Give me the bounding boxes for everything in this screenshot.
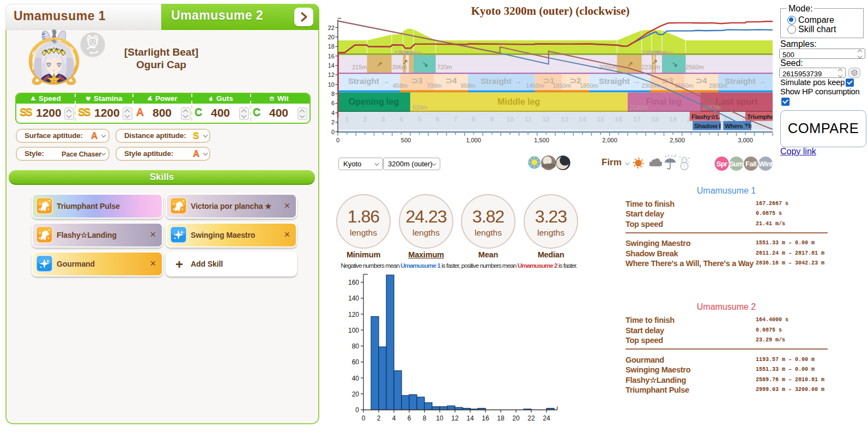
svg-text:14: 14 <box>579 116 586 123</box>
svg-text:Wint: Wint <box>758 160 773 168</box>
svg-text:↗: ↗ <box>377 60 383 68</box>
svg-text:↘: ↘ <box>672 60 678 68</box>
svg-text:215m: 215m <box>352 64 367 70</box>
svg-text:18: 18 <box>328 43 335 50</box>
svg-text:708m: 708m <box>427 82 442 89</box>
svg-text:1850m: 1850m <box>580 82 598 89</box>
svg-text:2: 2 <box>363 116 367 123</box>
svg-text:0: 0 <box>336 137 339 143</box>
svg-text:2396m: 2396m <box>655 50 674 56</box>
svg-text:17: 17 <box>633 116 641 123</box>
svg-text:12: 12 <box>328 71 335 78</box>
svg-text:Sum: Sum <box>729 160 743 168</box>
svg-text:1,000: 1,000 <box>466 137 481 143</box>
svg-text:5: 5 <box>418 116 422 123</box>
svg-text:20: 20 <box>352 390 360 398</box>
svg-text:556m: 556m <box>406 50 422 56</box>
svg-text:3: 3 <box>381 116 385 123</box>
svg-text:14: 14 <box>328 62 335 69</box>
svg-text:14: 14 <box>466 414 474 422</box>
svg-text:Fall: Fall <box>745 160 756 168</box>
svg-text:↘: ↘ <box>422 60 428 68</box>
svg-text:Straight →: Straight → <box>599 76 640 86</box>
svg-text:500: 500 <box>401 137 411 143</box>
svg-text:458m: 458m <box>392 82 408 89</box>
svg-text:6: 6 <box>436 116 440 123</box>
svg-text:Last spurt: Last spurt <box>715 97 758 106</box>
svg-text:720m: 720m <box>437 64 452 70</box>
svg-text:60: 60 <box>352 358 360 366</box>
svg-text:Triumphant Pulse: Triumphant Pulse <box>747 113 779 120</box>
svg-text:15: 15 <box>597 116 604 123</box>
svg-text:140: 140 <box>348 294 359 302</box>
svg-text:1: 1 <box>345 116 349 123</box>
svg-text:6: 6 <box>408 414 411 422</box>
svg-text:2236m: 2236m <box>641 64 660 70</box>
svg-text:Opening leg: Opening leg <box>349 97 399 106</box>
svg-text:396m: 396m <box>392 64 407 70</box>
svg-text:6: 6 <box>331 100 335 106</box>
svg-text:Spr: Spr <box>717 160 727 168</box>
svg-text:⊃4: ⊃4 <box>696 76 708 85</box>
svg-text:12: 12 <box>451 414 459 422</box>
svg-text:40: 40 <box>352 375 360 382</box>
svg-text:958m: 958m <box>460 82 476 89</box>
svg-text:22: 22 <box>328 25 335 31</box>
svg-text:11: 11 <box>524 116 531 123</box>
svg-text:2800m: 2800m <box>709 82 727 89</box>
svg-text:160: 160 <box>348 279 359 286</box>
svg-text:Final leg: Final leg <box>646 97 682 106</box>
svg-text:2300m: 2300m <box>641 82 660 89</box>
svg-text:0: 0 <box>331 129 335 135</box>
svg-text:16: 16 <box>482 414 489 422</box>
svg-text:2,500: 2,500 <box>670 137 685 143</box>
svg-text:20: 20 <box>512 414 520 422</box>
svg-text:18: 18 <box>651 116 659 123</box>
svg-text:Straight →: Straight → <box>725 76 766 86</box>
svg-text:22: 22 <box>527 414 535 422</box>
svg-text:4: 4 <box>399 116 403 123</box>
svg-text:8: 8 <box>423 414 427 422</box>
svg-text:1650m: 1650m <box>553 82 571 89</box>
svg-text:4: 4 <box>331 110 335 116</box>
svg-text:0: 0 <box>355 406 359 414</box>
svg-text:16: 16 <box>328 53 335 59</box>
svg-text:10: 10 <box>436 414 444 422</box>
svg-text:2: 2 <box>377 414 381 422</box>
svg-text:10: 10 <box>506 116 514 123</box>
svg-text:80: 80 <box>352 342 360 350</box>
svg-text:1450m: 1450m <box>526 82 544 89</box>
svg-text:Middle leg: Middle leg <box>497 97 540 106</box>
svg-text:Straight →: Straight → <box>348 76 390 86</box>
svg-text:10: 10 <box>328 81 335 88</box>
svg-text:16: 16 <box>615 116 622 123</box>
svg-text:7: 7 <box>454 116 458 123</box>
svg-text:0: 0 <box>362 414 366 422</box>
svg-text:2133m: 2133m <box>630 104 648 111</box>
svg-text:19: 19 <box>669 116 677 123</box>
svg-text:13: 13 <box>561 116 568 123</box>
svg-text:2560m: 2560m <box>685 64 704 70</box>
svg-text:4: 4 <box>392 414 396 422</box>
svg-text:120: 120 <box>348 311 359 318</box>
svg-text:533m: 533m <box>412 104 428 111</box>
svg-text:9: 9 <box>490 116 494 123</box>
svg-text:2,000: 2,000 <box>602 137 617 143</box>
svg-text:⊃3: ⊃3 <box>411 76 423 85</box>
svg-text:8: 8 <box>472 116 476 123</box>
svg-text:3,000: 3,000 <box>738 137 753 143</box>
svg-text:100: 100 <box>348 327 359 334</box>
svg-text:⊃4: ⊃4 <box>446 76 458 85</box>
svg-text:24: 24 <box>543 414 550 422</box>
svg-text:Straight →: Straight → <box>481 76 522 86</box>
svg-text:12: 12 <box>542 116 550 123</box>
svg-text:8: 8 <box>331 91 335 97</box>
svg-text:↗: ↗ <box>627 60 633 68</box>
svg-text:1,500: 1,500 <box>534 137 549 143</box>
svg-text:18: 18 <box>497 414 505 422</box>
svg-text:20: 20 <box>328 34 335 40</box>
svg-text:2: 2 <box>331 119 335 125</box>
